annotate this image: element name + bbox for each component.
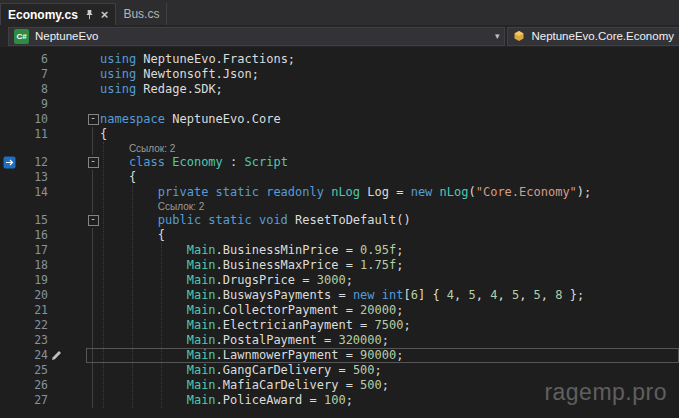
code-line[interactable]: 15public static void ResetToDefault() [0,213,679,228]
token: int [382,288,404,302]
bookmark-icon[interactable] [0,155,18,170]
type-dropdown[interactable]: NeptuneEvo.Core.Economy [507,27,679,46]
token: ( [468,185,475,199]
token: Main [187,333,216,347]
line-number[interactable]: 6 [18,52,48,67]
line-number[interactable]: 13 [18,170,48,185]
code-text: class Economy : Script [100,155,288,170]
code-line[interactable]: 23Main.PostalPayment = 320000; [0,333,679,348]
code-line[interactable]: 9 [0,97,679,112]
fold-collapse-icon[interactable] [88,114,99,125]
outline-guide [92,127,93,142]
code-text: using Redage.SDK; [100,82,223,97]
code-text: using NeptuneEvo.Fractions; [100,52,295,67]
token: , [519,288,533,302]
edit-margin [48,378,86,393]
line-number[interactable]: 10 [18,112,48,127]
line-number[interactable]: 8 [18,82,48,97]
line-number[interactable]: 25 [18,363,48,378]
code-text: Main.PoliceAward = 100; [100,393,353,408]
code-line[interactable]: 10namespace NeptuneEvo.Core [0,112,679,127]
line-number[interactable]: 17 [18,243,48,258]
token: .MafiaCarDelivery = [216,378,361,392]
line-number[interactable]: 19 [18,273,48,288]
line-number[interactable]: 7 [18,67,48,82]
pin-icon[interactable] [84,9,95,20]
outline-margin[interactable] [86,155,100,170]
code-text: Main.PostalPayment = 320000; [100,333,389,348]
code-line[interactable]: 17Main.BusinessMinPrice = 0.95f; [0,243,679,258]
outline-margin [86,333,100,348]
outline-margin [86,363,100,378]
outline-guide [92,318,93,333]
line-number[interactable]: 20 [18,288,48,303]
token: 6 [411,288,418,302]
token: : [223,155,245,169]
codelens-row[interactable]: Ссылок: 2 [0,200,679,213]
code-text: Main.GangCarDelivery = 500; [100,363,382,378]
outline-margin[interactable] [86,213,100,228]
line-number[interactable]: 18 [18,258,48,273]
line-number[interactable]: 21 [18,303,48,318]
token: { [129,170,136,184]
line-number[interactable]: 11 [18,127,48,142]
line-number[interactable]: 14 [18,185,48,200]
token: , [541,288,555,302]
code-line[interactable]: 25Main.GangCarDelivery = 500; [0,363,679,378]
line-number[interactable]: 16 [18,228,48,243]
codelens-label: Ссылок: 2 [100,142,175,155]
line-number[interactable] [18,200,48,213]
line-number[interactable]: 26 [18,378,48,393]
code-line[interactable]: 22Main.ElectricianPayment = 7500; [0,318,679,333]
line-number[interactable]: 23 [18,333,48,348]
code-text: Main.CollectorPayment = 20000; [100,303,403,318]
project-name: NeptuneEvo [35,30,98,42]
code-line[interactable]: 14private static readonly nLog Log = new… [0,185,679,200]
edit-margin [48,142,86,155]
glyph-margin [0,348,18,363]
code-line[interactable]: 6using NeptuneEvo.Fractions; [0,52,679,67]
code-line[interactable]: 21Main.CollectorPayment = 20000; [0,303,679,318]
code-text: namespace NeptuneEvo.Core [100,112,281,127]
line-number[interactable]: 9 [18,97,48,112]
edit-margin [48,67,86,82]
code-text: Main.MafiaCarDelivery = 500; [100,378,389,393]
code-text: Main.BusinessMaxPrice = 1.75f; [100,258,403,273]
tab-bus[interactable]: Bus.cs [116,3,167,25]
code-line[interactable]: 20Main.BuswaysPayments = new int[6] { 4,… [0,288,679,303]
outline-guide [92,378,93,393]
codelens-row[interactable]: Ссылок: 2 [0,142,679,155]
code-line[interactable]: 19Main.DrugsPrice = 3000; [0,273,679,288]
code-text: Main.DrugsPrice = 3000; [100,273,353,288]
code-line[interactable]: 8using Redage.SDK; [0,82,679,97]
close-icon[interactable]: × [101,8,109,21]
code-line[interactable]: 16{ [0,228,679,243]
line-number[interactable] [18,142,48,155]
glyph-margin [0,170,18,185]
tab-economy[interactable]: Economy.cs × [0,3,116,25]
token: 500 [360,378,382,392]
line-number[interactable]: 12 [18,155,48,170]
code-editor[interactable]: 6using NeptuneEvo.Fractions;7using Newto… [0,47,679,418]
code-line[interactable]: 18Main.BusinessMaxPrice = 1.75f; [0,258,679,273]
code-line[interactable]: 24Main.LawnmowerPayment = 90000; [0,348,679,363]
line-number[interactable]: 27 [18,393,48,408]
token: Main [187,348,216,362]
code-line[interactable]: 13{ [0,170,679,185]
fold-collapse-icon[interactable] [88,157,99,168]
code-line[interactable]: 12class Economy : Script [0,155,679,170]
token: 0.95f [360,243,396,257]
token: 1.75f [360,258,396,272]
token: ; [346,273,353,287]
token: using [100,52,143,66]
outline-margin[interactable] [86,112,100,127]
line-number[interactable]: 22 [18,318,48,333]
line-number[interactable]: 24 [18,348,48,363]
project-dropdown[interactable]: C# NeptuneEvo ▾ [8,27,505,46]
code-line[interactable]: 7using Newtonsoft.Json; [0,67,679,82]
fold-collapse-icon[interactable] [88,215,99,226]
code-line[interactable]: 11{ [0,127,679,142]
glyph-margin [0,213,18,228]
line-number[interactable]: 15 [18,213,48,228]
edit-pencil-icon[interactable] [48,348,86,363]
